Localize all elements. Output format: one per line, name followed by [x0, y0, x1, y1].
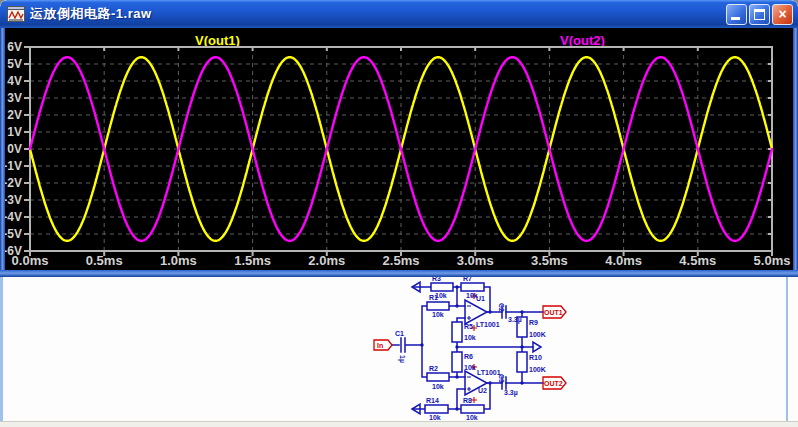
svg-text:1µ: 1µ [398, 355, 406, 363]
title-bar: 运放倒相电路-1.raw × [0, 0, 798, 28]
resistor-R5[interactable]: R5 10k [452, 322, 476, 342]
svg-text:10k: 10k [466, 414, 478, 421]
svg-text:4.0ms: 4.0ms [605, 253, 642, 268]
svg-text:1V: 1V [7, 125, 22, 139]
svg-text:-6V: -6V [5, 244, 22, 258]
svg-text:5.0ms: 5.0ms [754, 253, 791, 268]
waveform-plot[interactable]: 0.0ms0.5ms1.0ms1.5ms2.0ms2.5ms3.0ms3.5ms… [5, 28, 793, 270]
schematic-pane-border-left [0, 277, 3, 427]
svg-text:R2: R2 [429, 365, 438, 372]
svg-text:0.5ms: 0.5ms [86, 253, 123, 268]
svg-text:10k: 10k [432, 383, 444, 390]
svg-text:-1V: -1V [5, 159, 22, 173]
svg-text:10k: 10k [466, 292, 478, 299]
waveform-pane[interactable]: V(out1) V(out2) 0.0ms0.5ms1.0ms1.5ms2.0m… [5, 28, 793, 270]
schematic-canvas[interactable]: U1 LT1001 LT1001 U2 R3 10k R7 10k [0, 277, 798, 421]
svg-text:R6: R6 [464, 353, 473, 360]
svg-text:3.0ms: 3.0ms [457, 253, 494, 268]
minimize-button[interactable] [726, 4, 747, 25]
svg-text:In: In [377, 342, 383, 349]
svg-text:R9: R9 [529, 319, 538, 326]
svg-text:U2: U2 [478, 387, 487, 394]
schematic-pane-border-right [786, 277, 788, 427]
svg-text:LT1001: LT1001 [476, 321, 500, 328]
svg-text:1.5ms: 1.5ms [234, 253, 271, 268]
svg-text:4V: 4V [7, 74, 22, 88]
waveform-file-icon [7, 6, 25, 22]
svg-text:R1: R1 [429, 294, 438, 301]
svg-text:5V: 5V [7, 57, 22, 71]
svg-text:0V: 0V [7, 142, 22, 156]
svg-text:OUT1: OUT1 [544, 309, 563, 316]
svg-text:-5V: -5V [5, 227, 22, 241]
svg-text:2V: 2V [7, 108, 22, 122]
svg-text:10k: 10k [464, 334, 476, 341]
svg-text:-3V: -3V [5, 193, 22, 207]
close-button[interactable]: × [772, 4, 793, 25]
svg-text:C2: C2 [498, 303, 505, 312]
svg-text:OUT2: OUT2 [544, 380, 563, 387]
port-in[interactable]: In [374, 340, 392, 350]
port-out1[interactable]: OUT1 [543, 306, 566, 318]
svg-text:LT1001: LT1001 [477, 369, 501, 376]
resistor-R8[interactable]: R8 10k [461, 397, 484, 421]
svg-text:R3: R3 [432, 277, 441, 282]
svg-text:1.0ms: 1.0ms [160, 253, 197, 268]
svg-text:R8: R8 [463, 397, 472, 404]
svg-text:2.5ms: 2.5ms [383, 253, 420, 268]
svg-text:10k: 10k [429, 414, 441, 421]
svg-text:R10: R10 [529, 354, 542, 361]
svg-text:3.3µ: 3.3µ [504, 389, 518, 397]
maximize-button[interactable] [749, 4, 770, 25]
svg-text:6V: 6V [7, 40, 22, 54]
svg-text:C3: C3 [498, 374, 505, 383]
svg-text:100K: 100K [529, 366, 546, 373]
resistor-R2[interactable]: R2 10k [427, 365, 449, 390]
svg-text:R7: R7 [463, 277, 472, 282]
resistor-R14[interactable]: R14 10k [425, 397, 448, 421]
svg-text:R5: R5 [464, 323, 473, 330]
svg-text:C1: C1 [395, 330, 404, 337]
bottom-scrollbar[interactable] [0, 421, 798, 427]
window-title: 运放倒相电路-1.raw [30, 5, 724, 23]
svg-text:R14: R14 [426, 397, 439, 404]
ground-icon [533, 342, 541, 352]
svg-text:3.5ms: 3.5ms [531, 253, 568, 268]
resistor-R10[interactable]: R10 100K [517, 352, 546, 373]
port-out2[interactable]: OUT2 [543, 377, 566, 389]
svg-text:10k: 10k [432, 311, 444, 318]
resistor-R6[interactable]: R6 10k [452, 352, 476, 372]
svg-text:2.0ms: 2.0ms [308, 253, 345, 268]
capacitor-C3[interactable]: C3 3.3µ [498, 374, 518, 397]
svg-text:4.5ms: 4.5ms [679, 253, 716, 268]
app-window: 运放倒相电路-1.raw × V(out1) V(out2) 0.0ms0.5m… [0, 0, 798, 427]
svg-text:10k: 10k [464, 364, 476, 371]
svg-text:100K: 100K [529, 331, 546, 338]
svg-text:3V: 3V [7, 91, 22, 105]
svg-text:-2V: -2V [5, 176, 22, 190]
window-border-bottom [0, 270, 798, 277]
schematic-pane[interactable]: U1 LT1001 LT1001 U2 R3 10k R7 10k [0, 277, 798, 421]
svg-text:3.3µ: 3.3µ [508, 316, 522, 324]
window-border-right [793, 28, 798, 277]
svg-text:-4V: -4V [5, 210, 22, 224]
